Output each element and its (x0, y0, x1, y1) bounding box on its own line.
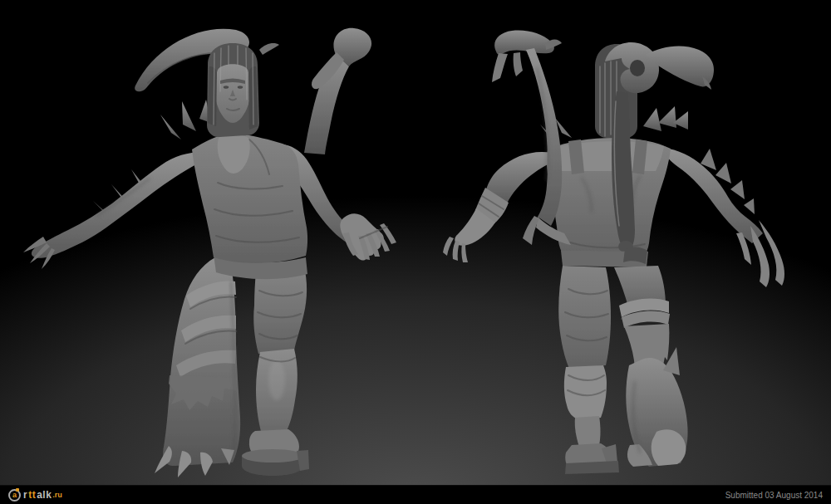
figure-back-view (443, 31, 784, 474)
front-left-arm (23, 100, 226, 269)
front-right-leg (242, 271, 309, 476)
logo-text-part3: alk (37, 490, 52, 500)
front-left-leg-mutated (155, 257, 240, 477)
front-head (207, 43, 259, 137)
back-right-leg (614, 266, 688, 467)
logo-emblem-icon: a (8, 489, 21, 502)
footer-bar: a r tt alk .ru Submitted 03 August 2014 (0, 485, 831, 504)
front-torso (192, 121, 307, 279)
screenshot-frame: a r tt alk .ru Submitted 03 August 2014 (0, 0, 831, 504)
render-canvas (0, 0, 831, 485)
logo-text-part1: r (23, 490, 27, 500)
submitted-date: Submitted 03 August 2014 (725, 491, 823, 500)
character-render (0, 0, 831, 485)
logo-text-part4: .ru (52, 492, 62, 499)
watermark-logo: a r tt alk .ru (8, 487, 62, 502)
front-horn-right (259, 28, 371, 154)
figure-front-view (23, 28, 396, 477)
logo-text-part2: tt (28, 490, 36, 500)
logo-accent-dot (16, 488, 19, 492)
logo-letter-a: a (12, 492, 17, 499)
back-right-arm (643, 106, 784, 287)
